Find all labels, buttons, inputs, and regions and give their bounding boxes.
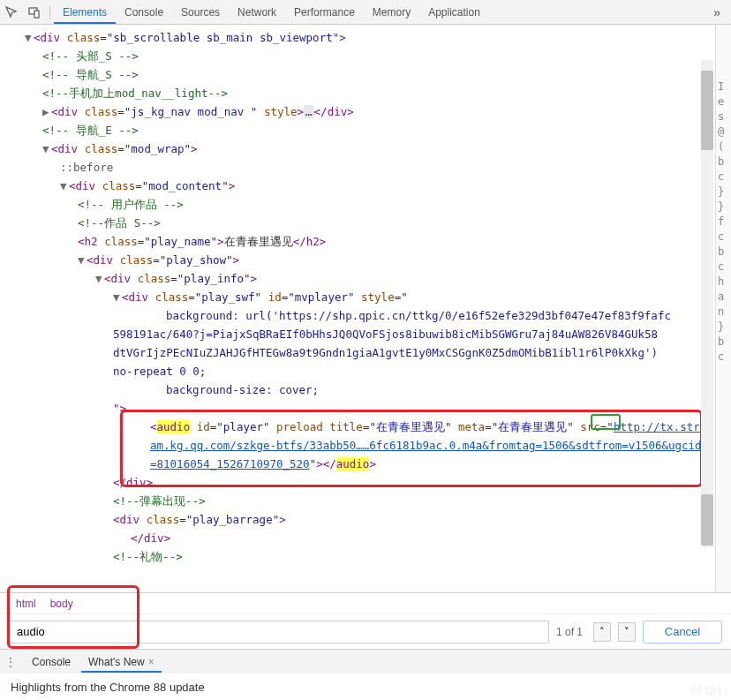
attr-preload: preload [276,420,323,433]
attr-value: play_name [151,235,211,248]
drawer-menu-icon[interactable]: ⋮ [5,656,16,668]
find-bar: 1 of 1 ˄ ˅ Cancel [0,613,731,649]
chevron-down-icon[interactable]: ▼ [60,177,69,195]
tab-sources[interactable]: Sources [172,1,229,24]
close-icon[interactable]: × [148,656,154,668]
style-value: background-size: cover; [166,383,319,396]
attr-value: play_barrage [192,513,272,526]
h2-text: 在青春里遇见 [224,235,293,248]
style-value: 598191ac/640?j=PiajxSqBRaEIf0bHhsJQ0QVoF… [113,327,658,341]
chevron-down-icon[interactable]: ▼ [78,251,87,269]
comment: <!--弹幕出现--> [113,494,206,508]
attr-value: sb_scrollable sb_main sb_viewport [113,31,332,44]
tab-elements[interactable]: Elements [54,1,116,24]
tab-application[interactable]: Application [419,1,489,24]
attr-value: play_info [184,272,244,285]
comment: <!--手机加上mod_nav__light--> [42,87,228,100]
search-input[interactable] [9,621,549,644]
cancel-button[interactable]: Cancel [643,621,722,644]
breadcrumb-area: html body [0,592,731,613]
div-close: </div> [113,476,153,489]
styles-gutter: Ies@(bc}}fcbchan}bc [715,25,731,592]
style-value: background: url('https://shp.qpic.cn/ttk… [166,309,671,322]
attr-value: 在青春里遇见 [376,420,445,433]
chevron-down-icon[interactable]: ▼ [25,28,34,47]
comment: <!--作品 S--> [78,216,161,230]
watermark: https: [691,684,729,696]
svg-rect-1 [34,11,39,18]
audio-tag: audio [157,420,191,433]
whatsnew-headline: Highlights from the Chrome 88 update [11,681,205,694]
chevron-down-icon[interactable]: ▼ [95,269,104,288]
audio-close-tag: audio [336,457,370,470]
crumb-body[interactable]: body [43,596,80,612]
attr-value: mod_content [148,179,222,192]
chevron-down-icon[interactable]: ▼ [113,288,122,306]
search-prev-button[interactable]: ˄ [593,622,611,642]
attr-value: play_swf [201,290,254,304]
tab-memory[interactable]: Memory [364,1,419,24]
comment: <!--礼物--> [113,550,183,563]
comment: <!-- 用户作品 --> [78,198,184,211]
tab-performance[interactable]: Performance [285,1,364,24]
attr-value: js_kg_nav mod_nav [131,105,250,118]
style-value: dtVGrIjzPEcNIuZJAHJGfHTEGw8a9t9Gndn1giaA… [113,346,658,359]
drawer-tab-whatsnew[interactable]: What's New× [81,651,162,673]
main-panel: ▼<div class="sb_scrollable sb_main sb_vi… [0,25,731,592]
comment: <!-- 头部_S --> [42,49,139,63]
scrollbar-thumb[interactable] [701,71,713,150]
device-toggle-icon[interactable] [23,1,46,24]
attr-value: player [223,420,263,433]
drawer-tab-console[interactable]: Console [25,651,78,673]
closing-quote: "> [113,402,126,415]
chevron-down-icon[interactable]: ▼ [42,139,51,158]
attr-value: 在青春里遇见 [498,420,567,433]
whatsnew-content: Highlights from the Chrome 88 update [0,674,731,700]
pseudo-before: ::before [60,161,113,174]
dom-tree[interactable]: ▼<div class="sb_scrollable sb_main sb_vi… [0,25,715,592]
attr-src: src [580,420,600,433]
comment: <!-- 导航_E --> [42,124,139,137]
inspect-icon[interactable] [0,1,23,24]
breadcrumb: html body [0,592,731,613]
chevron-right-icon[interactable]: ▶ [42,102,51,121]
comment: <!-- 导航_S --> [42,68,139,81]
attr-value: mvplayer [295,290,348,304]
style-value: no-repeat 0 0; [113,365,206,378]
scrollbar-thumb[interactable] [701,494,713,546]
tab-network[interactable]: Network [229,1,285,24]
div-close: </div> [131,531,170,545]
tabs-overflow-icon[interactable]: » [703,5,731,19]
search-next-button[interactable]: ˅ [618,622,636,642]
toolbar-separator [49,5,50,19]
tab-console[interactable]: Console [116,1,172,24]
crumb-html[interactable]: html [9,596,43,612]
drawer-tabs: ⋮ Console What's New× [0,649,731,674]
search-count: 1 of 1 [556,626,583,638]
devtools-toolbar: Elements Console Sources Network Perform… [0,0,731,25]
audio-node[interactable]: <audio id="player" preload title="在青春里遇见… [131,418,708,473]
attr-value: play_show [166,253,226,267]
attr-value: mod_wrap [131,142,184,155]
